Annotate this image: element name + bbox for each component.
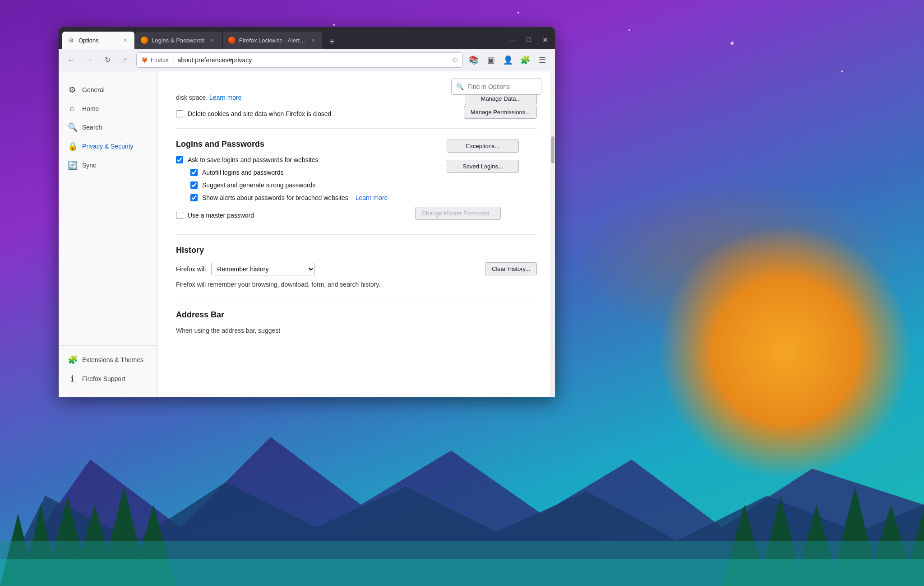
menu-button[interactable]: ☰ xyxy=(535,53,550,67)
browser-window: ⚙ Options ✕ Logins & Passwords ✕ Firefox… xyxy=(59,27,555,397)
home-icon: ⌂ xyxy=(68,104,77,113)
scrollbar-thumb[interactable] xyxy=(551,136,554,163)
address-bar-settings-section: Address Bar When using the address bar, … xyxy=(176,310,537,334)
address-separator: | xyxy=(172,56,174,64)
autofill-label: Autofill logins and passwords xyxy=(202,169,284,176)
firefox-logo-small: 🦊 xyxy=(141,57,148,63)
extensions-sidebar-icon: 🧩 xyxy=(68,355,77,365)
privacy-icon: 🔒 xyxy=(68,141,77,151)
svg-rect-15 xyxy=(0,559,924,586)
find-options-input[interactable] xyxy=(467,83,536,90)
reload-button[interactable]: ↻ xyxy=(100,53,115,67)
sidebar-item-sync[interactable]: 🔄 Sync xyxy=(59,156,157,175)
account-button[interactable]: 👤 xyxy=(501,53,515,67)
sidebar-item-extensions[interactable]: 🧩 Extensions & Themes xyxy=(59,350,157,369)
sidebar-item-general[interactable]: ⚙ General xyxy=(59,80,157,99)
tab-lockwise-label: Firefox Lockwise - Alerts for br... xyxy=(239,37,306,44)
delete-cookies-checkbox-row: Delete cookies and site data when Firefo… xyxy=(176,110,537,117)
history-description: Firefox will remember your browsing, dow… xyxy=(176,281,537,288)
toolbar-icons: 📚 ▣ 👤 🧩 ☰ xyxy=(467,53,550,67)
find-options-search-icon: 🔍 xyxy=(456,83,464,90)
disk-space-text: disk space. xyxy=(176,94,208,101)
sidebar-bottom: 🧩 Extensions & Themes ℹ Firefox Support xyxy=(59,345,157,388)
exceptions-button[interactable]: Exceptions... xyxy=(447,140,519,153)
star-decoration xyxy=(841,70,843,72)
gear-icon: ⚙ xyxy=(68,37,75,44)
landscape-svg xyxy=(0,369,924,586)
section-divider-1 xyxy=(176,128,537,129)
history-section: History Firefox will Remember history Ne… xyxy=(176,246,537,288)
minimize-button[interactable]: — xyxy=(506,33,519,46)
general-icon: ⚙ xyxy=(68,85,77,95)
maximize-button[interactable]: □ xyxy=(522,33,535,46)
learn-more-alerts-link[interactable]: Learn more xyxy=(356,194,388,201)
tab-bar: ⚙ Options ✕ Logins & Passwords ✕ Firefox… xyxy=(59,27,555,49)
tab-options[interactable]: ⚙ Options ✕ xyxy=(62,32,134,49)
tab-logins[interactable]: Logins & Passwords ✕ xyxy=(135,32,222,49)
star-decoration xyxy=(517,12,519,14)
master-password-checkbox[interactable] xyxy=(176,212,183,219)
bookmark-star-icon[interactable]: ☆ xyxy=(452,56,458,64)
sync-icon: 🔄 xyxy=(68,160,77,170)
suggest-passwords-label: Suggest and generate strong passwords xyxy=(202,181,315,189)
sidebar-item-support[interactable]: ℹ Firefox Support xyxy=(59,369,157,388)
forward-button[interactable]: → xyxy=(82,53,97,67)
sidebar-item-home[interactable]: ⌂ Home xyxy=(59,99,157,118)
sidebar-item-privacy[interactable]: 🔒 Privacy & Security xyxy=(59,137,157,156)
history-dropdown[interactable]: Remember history Never remember history … xyxy=(211,263,315,275)
master-password-label: Use a master password xyxy=(188,212,254,219)
main-content: 🔍 disk space. Learn more Manage Data... … xyxy=(158,71,555,397)
sidebar-item-sync-label: Sync xyxy=(82,162,96,169)
firefox-will-label: Firefox will xyxy=(176,265,206,273)
address-text: about:preferences#privacy xyxy=(177,56,449,64)
address-bar-suggest-label: When using the address bar, suggest xyxy=(176,327,537,334)
suggest-passwords-checkbox[interactable] xyxy=(190,181,198,189)
back-button[interactable]: ← xyxy=(64,53,79,67)
content-area: ⚙ General ⌂ Home 🔍 Search 🔒 Privacy & Se… xyxy=(59,71,555,397)
library-button[interactable]: 📚 xyxy=(467,53,481,67)
logins-tab-icon xyxy=(141,37,148,44)
delete-cookies-checkbox[interactable] xyxy=(176,110,183,117)
search-sidebar-icon: 🔍 xyxy=(68,122,77,132)
find-in-options[interactable]: 🔍 xyxy=(451,79,541,95)
ask-save-label: Ask to save logins and passwords for web… xyxy=(188,156,318,163)
tab-lockwise-close[interactable]: ✕ xyxy=(310,36,317,44)
address-bar[interactable]: 🦊 Firefox | about:preferences#privacy ☆ xyxy=(136,52,463,68)
sidebar-item-search[interactable]: 🔍 Search xyxy=(59,118,157,137)
section-divider-3 xyxy=(176,299,537,299)
navigation-toolbar: ← → ↻ ⌂ 🦊 Firefox | about:preferences#pr… xyxy=(59,49,555,71)
sidebar-item-search-label: Search xyxy=(82,124,102,131)
tab-lockwise[interactable]: Firefox Lockwise - Alerts for br... ✕ xyxy=(223,32,322,49)
show-alerts-label: Show alerts about passwords for breached… xyxy=(202,194,348,201)
sidebar-item-privacy-label: Privacy & Security xyxy=(82,143,134,150)
sidebar-item-support-label: Firefox Support xyxy=(82,375,125,382)
sidebar-item-extensions-label: Extensions & Themes xyxy=(82,356,143,363)
address-bar-brand: Firefox xyxy=(151,56,169,63)
show-alerts-checkbox[interactable] xyxy=(190,194,198,201)
star-decoration xyxy=(333,23,335,26)
ask-save-checkbox[interactable] xyxy=(176,156,183,163)
section-divider-2 xyxy=(176,234,537,235)
autofill-checkbox[interactable] xyxy=(190,169,198,176)
clear-history-button[interactable]: Clear History... xyxy=(485,262,537,275)
star-decoration xyxy=(628,29,630,31)
master-password-row: Use a master password Change Master Pass… xyxy=(176,207,537,223)
tab-options-label: Options xyxy=(79,37,99,44)
saved-logins-button[interactable]: Saved Logins... xyxy=(447,160,519,173)
manage-permissions-button[interactable]: Manage Permissions... xyxy=(464,106,537,119)
home-button[interactable]: ⌂ xyxy=(118,53,133,67)
learn-more-disk-link[interactable]: Learn more xyxy=(209,94,242,101)
tab-logins-close[interactable]: ✕ xyxy=(208,36,217,44)
change-master-password-button[interactable]: Change Master Password... xyxy=(415,207,501,220)
delete-cookies-label: Delete cookies and site data when Firefo… xyxy=(188,110,331,117)
sidebar-button[interactable]: ▣ xyxy=(484,53,498,67)
tab-options-close[interactable]: ✕ xyxy=(121,36,129,44)
history-section-title: History xyxy=(176,246,537,255)
logins-buttons: Exceptions... Saved Logins... xyxy=(447,140,519,177)
star-decoration xyxy=(730,41,735,46)
sidebar: ⚙ General ⌂ Home 🔍 Search 🔒 Privacy & Se… xyxy=(59,71,158,397)
lockwise-tab-icon xyxy=(228,37,236,44)
extensions-button[interactable]: 🧩 xyxy=(518,53,532,67)
close-button[interactable]: ✕ xyxy=(539,33,551,46)
new-tab-button[interactable]: + xyxy=(325,34,339,49)
